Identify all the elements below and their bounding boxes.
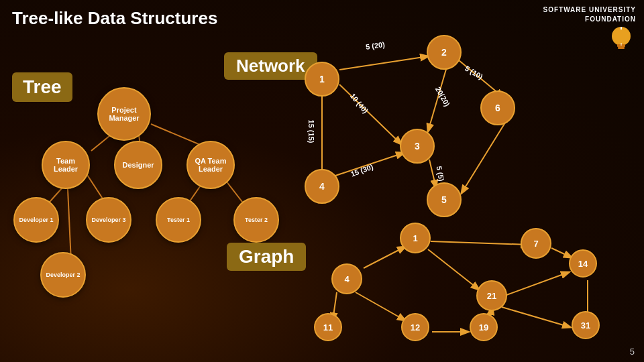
- network-label: Network: [224, 52, 317, 80]
- logo-icon: [606, 24, 636, 54]
- graph-node-21: 21: [476, 280, 507, 311]
- svg-line-16: [462, 123, 505, 193]
- edge-label-5-5: 5 (5): [435, 166, 445, 182]
- node-tester1: Tester 1: [156, 197, 201, 243]
- node-developer3: Developer 3: [86, 197, 131, 243]
- node-developer1: Developer 1: [13, 197, 59, 243]
- graph-label: Graph: [227, 243, 306, 271]
- graph-node-7: 7: [521, 228, 551, 259]
- svg-line-27: [502, 307, 570, 327]
- node-project-manager: ProjectManager: [97, 87, 151, 141]
- net-node-4: 4: [305, 169, 339, 204]
- node-tester2: Tester 2: [233, 197, 279, 243]
- net-node-1: 1: [305, 62, 339, 97]
- node-developer2: Developer 2: [40, 252, 86, 298]
- graph-node-14: 14: [569, 249, 597, 278]
- edge-label-10-40: 10 (40): [349, 92, 370, 115]
- svg-line-10: [339, 84, 401, 144]
- graph-node-12: 12: [401, 313, 429, 341]
- node-team-leader: TeamLeader: [42, 141, 90, 189]
- net-node-3: 3: [400, 129, 435, 164]
- page-number: 5: [630, 347, 635, 357]
- svg-line-24: [506, 272, 569, 295]
- graph-node-19: 19: [470, 313, 498, 341]
- graph-node-31: 31: [572, 311, 600, 339]
- svg-rect-30: [618, 47, 625, 49]
- edge-label-20-20: 20(20): [434, 85, 451, 108]
- tree-label: Tree: [12, 72, 72, 102]
- svg-line-18: [428, 249, 479, 290]
- edge-label-5-20: 5 (20): [365, 40, 385, 51]
- edge-label-5-10: 5 (10): [464, 64, 484, 81]
- svg-line-25: [551, 248, 572, 257]
- net-node-6: 6: [480, 90, 515, 125]
- logo: SOFTWARE UNIVERSITY FOUNDATION: [543, 5, 636, 54]
- logo-text: SOFTWARE UNIVERSITY FOUNDATION: [543, 5, 636, 24]
- graph-node-11: 11: [314, 313, 342, 341]
- node-qa-team-leader: QA TeamLeader: [186, 141, 235, 189]
- svg-line-17: [431, 241, 529, 245]
- page-title: Tree-like Data Structures: [12, 8, 217, 29]
- svg-point-28: [612, 27, 631, 46]
- graph-node-4: 4: [331, 263, 362, 294]
- net-node-2: 2: [427, 35, 462, 70]
- graph-node-1: 1: [400, 223, 431, 253]
- edge-label-15-15: 15 (15): [307, 120, 315, 143]
- edge-label-15-30: 15 (30): [350, 162, 374, 178]
- svg-line-9: [339, 56, 428, 70]
- net-node-5: 5: [427, 182, 462, 217]
- svg-line-20: [356, 292, 405, 320]
- svg-line-15: [429, 160, 436, 188]
- svg-line-19: [364, 247, 405, 268]
- node-designer: Designer: [114, 141, 162, 189]
